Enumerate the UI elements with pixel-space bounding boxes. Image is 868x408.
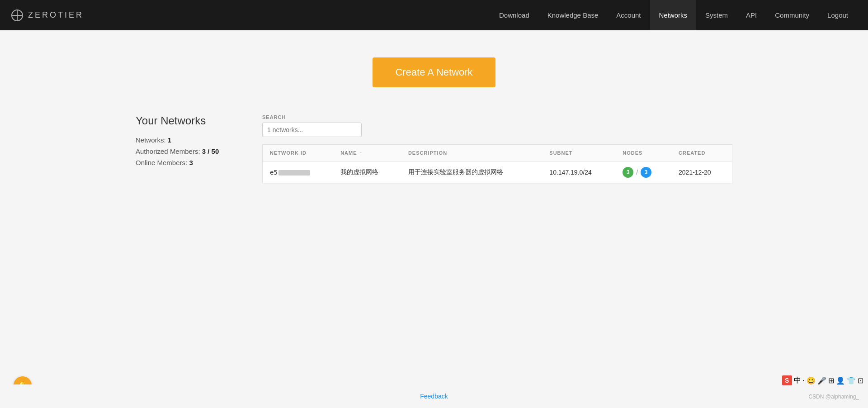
footer: Feedback <box>0 384 868 408</box>
nav-logout[interactable]: Logout <box>818 0 857 30</box>
sort-arrow-icon: ↑ <box>360 151 363 156</box>
table-row[interactable]: e5 我的虚拟网络 用于连接实验室服务器的虚拟网络 10.147.19.0/24… <box>263 161 732 184</box>
search-label: SEARCH <box>262 114 732 120</box>
tray-mic-icon: 🎤 <box>817 376 826 385</box>
col-network-id: NETWORK ID <box>263 145 334 161</box>
system-tray: S 中 · 😀 🎤 ⊞ 👤 👕 ⊡ <box>782 375 863 385</box>
networks-count: Networks: 1 <box>136 136 235 144</box>
col-nodes: NODES <box>615 145 671 161</box>
create-button-wrapper: Create A Network <box>136 57 732 87</box>
search-input[interactable] <box>262 123 362 137</box>
main-content: Create A Network Your Networks Networks:… <box>118 30 750 202</box>
nav-account[interactable]: Account <box>607 0 650 30</box>
col-subnet: SUBNET <box>542 145 615 161</box>
navbar: ZEROTIER Download Knowledge Base Account… <box>0 0 868 30</box>
tray-zh-icon: 中 <box>794 376 801 385</box>
nodes-display: 3 / 3 <box>623 167 664 178</box>
nav-networks[interactable]: Networks <box>650 0 697 30</box>
col-created: CREATED <box>671 145 732 161</box>
tray-grid-icon: ⊞ <box>828 376 834 385</box>
logo: ZEROTIER <box>11 9 490 22</box>
networks-table: NETWORK ID NAME ↑ DESCRIPTION SUBNET NOD… <box>262 144 732 184</box>
cell-nodes: 3 / 3 <box>615 161 671 184</box>
cell-network-id: e5 <box>263 161 334 184</box>
nav-knowledge-base[interactable]: Knowledge Base <box>538 0 608 30</box>
tray-user-icon: 👤 <box>836 376 845 385</box>
zerotier-logo-icon <box>11 9 24 22</box>
table-body: e5 我的虚拟网络 用于连接实验室服务器的虚拟网络 10.147.19.0/24… <box>263 161 732 184</box>
table-header-row: NETWORK ID NAME ↑ DESCRIPTION SUBNET NOD… <box>263 145 732 161</box>
cell-description: 用于连接实验室服务器的虚拟网络 <box>401 161 542 184</box>
cell-created: 2021-12-20 <box>671 161 732 184</box>
tray-s-icon: S <box>782 375 792 385</box>
nodes-online-badge: 3 <box>623 167 633 178</box>
nav-links: Download Knowledge Base Account Networks… <box>490 0 857 30</box>
cell-subnet: 10.147.19.0/24 <box>542 161 615 184</box>
col-name: NAME ↑ <box>333 145 401 161</box>
csdn-watermark: CSDN @alphaming_ <box>808 394 859 400</box>
tray-dot-icon: · <box>803 376 805 384</box>
online-members: Online Members: 3 <box>136 159 235 166</box>
left-panel: Your Networks Networks: 1 Authorized Mem… <box>136 114 235 170</box>
right-panel: SEARCH NETWORK ID NAME ↑ DESCRIPTION SUB… <box>262 114 732 184</box>
cell-name: 我的虚拟网络 <box>333 161 401 184</box>
nav-download[interactable]: Download <box>490 0 538 30</box>
logo-text: ZEROTIER <box>28 10 84 20</box>
tray-shirt-icon: 👕 <box>847 376 856 385</box>
tray-squares-icon: ⊡ <box>858 376 863 385</box>
feedback-link[interactable]: Feedback <box>420 393 448 400</box>
table-header: NETWORK ID NAME ↑ DESCRIPTION SUBNET NOD… <box>263 145 732 161</box>
authorized-members: Authorized Members: 3 / 50 <box>136 147 235 155</box>
nav-community[interactable]: Community <box>766 0 818 30</box>
col-description: DESCRIPTION <box>401 145 542 161</box>
nav-api[interactable]: API <box>737 0 766 30</box>
nodes-total-badge: 3 <box>641 167 651 178</box>
nodes-slash: / <box>636 169 638 176</box>
content-area: Your Networks Networks: 1 Authorized Mem… <box>136 114 732 184</box>
network-id-blurred <box>278 170 310 176</box>
tray-emoji1-icon: 😀 <box>807 376 816 385</box>
create-network-button[interactable]: Create A Network <box>373 57 495 87</box>
nav-system[interactable]: System <box>696 0 737 30</box>
your-networks-title: Your Networks <box>136 114 235 127</box>
